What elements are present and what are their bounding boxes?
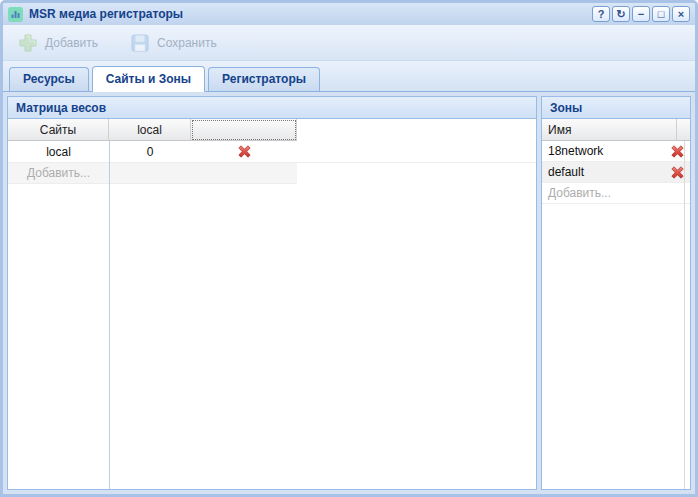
tab-sites-and-zones[interactable]: Сайты и Зоны xyxy=(92,66,205,92)
add-button[interactable]: Добавить xyxy=(9,30,107,56)
zones-add-row-label: Добавить... xyxy=(548,186,685,200)
tab-registrars[interactable]: Регистраторы xyxy=(208,67,320,91)
matrix-add-row-label: Добавить... xyxy=(8,163,109,183)
maximize-button[interactable]: □ xyxy=(652,6,670,22)
matrix-grid-header: Сайты local xyxy=(8,119,536,141)
grid-column-divider xyxy=(109,141,110,489)
save-button-label: Сохранить xyxy=(157,36,217,50)
delete-cell xyxy=(191,141,297,162)
column-header-name[interactable]: Имя xyxy=(542,119,677,141)
zones-add-row[interactable]: Добавить... xyxy=(542,183,690,204)
zones-panel-title: Зоны xyxy=(550,101,582,115)
floppy-icon xyxy=(130,33,150,53)
matrix-grid: Сайты local local 0 xyxy=(8,119,536,489)
column-header-sites[interactable]: Сайты xyxy=(8,119,109,141)
app-icon xyxy=(8,7,23,22)
zones-panel-header: Зоны xyxy=(542,97,690,119)
add-button-label: Добавить xyxy=(45,36,98,50)
zones-grid: Имя 18network xyxy=(542,119,690,489)
toolbar: Добавить Сохранить xyxy=(3,25,695,61)
column-header-actions xyxy=(677,119,690,141)
zone-row-18network[interactable]: 18network xyxy=(542,141,690,162)
close-button[interactable]: × xyxy=(672,6,690,22)
zones-panel: Зоны Имя 18network xyxy=(541,96,691,490)
content-area: Матрица весов Сайты local local 0 xyxy=(3,92,695,494)
delete-icon[interactable] xyxy=(670,165,685,180)
zone-row-default[interactable]: default xyxy=(542,162,690,183)
plus-icon xyxy=(18,33,38,53)
save-button[interactable]: Сохранить xyxy=(121,30,226,56)
matrix-add-row[interactable]: Добавить... xyxy=(8,163,297,184)
zones-grid-header: Имя xyxy=(542,119,690,141)
grid-column-divider xyxy=(684,141,685,489)
matrix-panel: Матрица весов Сайты local local 0 xyxy=(7,96,537,490)
zone-name: default xyxy=(548,165,670,179)
minimize-button[interactable]: − xyxy=(632,6,650,22)
column-header-empty[interactable] xyxy=(191,119,297,141)
delete-icon[interactable] xyxy=(237,144,252,159)
tabstrip: Ресурсы Сайты и Зоны Регистраторы xyxy=(3,61,695,92)
matrix-row-local[interactable]: local 0 xyxy=(8,141,536,163)
titlebar: MSR медиа регистраторы ? ↻ − □ × xyxy=(3,3,695,25)
refresh-button[interactable]: ↻ xyxy=(612,6,630,22)
app-window: MSR медиа регистраторы ? ↻ − □ × Добавит… xyxy=(0,0,698,497)
help-button[interactable]: ? xyxy=(592,6,610,22)
weight-value-cell: 0 xyxy=(109,141,191,162)
matrix-panel-title: Матрица весов xyxy=(16,101,106,115)
column-header-local[interactable]: local xyxy=(109,119,191,141)
window-controls: ? ↻ − □ × xyxy=(592,6,690,22)
site-name-cell: local xyxy=(8,141,109,162)
matrix-panel-header: Матрица весов xyxy=(8,97,536,119)
tab-resources[interactable]: Ресурсы xyxy=(9,67,89,91)
delete-icon[interactable] xyxy=(670,144,685,159)
window-title: MSR медиа регистраторы xyxy=(29,7,183,21)
zone-name: 18network xyxy=(548,144,670,158)
